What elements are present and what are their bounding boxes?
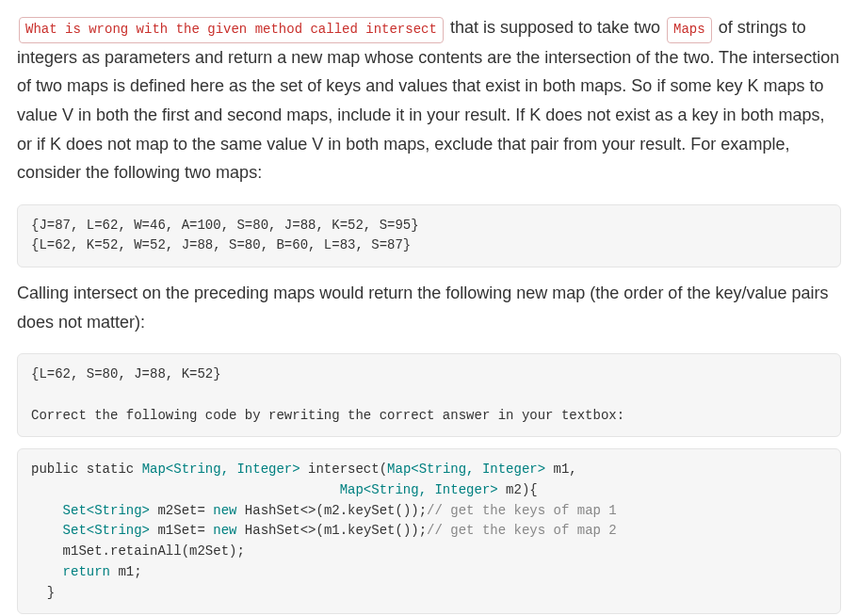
- tag-intersect: What is wrong with the given method call…: [19, 17, 444, 43]
- intro-text-1: that is supposed to take two: [445, 18, 665, 37]
- example-maps-block: {J=87, L=62, W=46, A=100, S=80, J=88, K=…: [17, 204, 841, 267]
- result-map-text: {L=62, S=80, J=88, K=52}: [31, 366, 221, 381]
- intro-text-2: of strings to integers as parameters and…: [17, 18, 839, 182]
- question-intro: What is wrong with the given method call…: [17, 13, 841, 187]
- result-block: {L=62, S=80, J=88, K=52} Correct the fol…: [17, 353, 841, 437]
- code-to-correct: public static Map<String, Integer> inter…: [17, 448, 841, 614]
- tag-maps: Maps: [667, 17, 712, 43]
- call-description: Calling intersect on the preceding maps …: [17, 279, 841, 336]
- example-maps-text: {J=87, L=62, W=46, A=100, S=80, J=88, K=…: [31, 218, 419, 253]
- correction-instruction: Correct the following code by rewriting …: [31, 408, 624, 423]
